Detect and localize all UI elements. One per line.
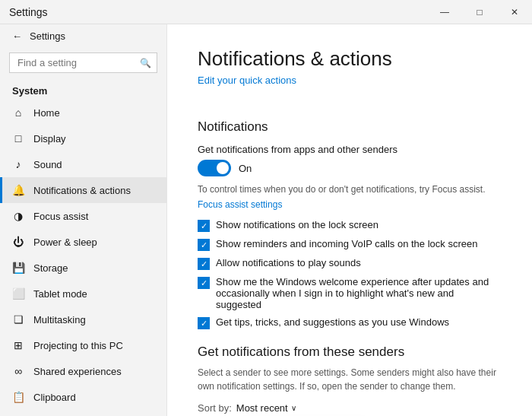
edit-quick-actions-link[interactable]: Edit your quick actions: [198, 75, 296, 86]
sidebar-section-label: System: [0, 78, 166, 100]
checkbox-label-3: Show me the Windows welcome experience a…: [216, 276, 502, 310]
content-area: Notifications & actions Edit your quick …: [167, 24, 532, 416]
sidebar-item-sound-label: Sound: [33, 159, 62, 170]
checkbox-1[interactable]: ✓: [198, 239, 210, 251]
sidebar-item-clipboard[interactable]: 📋 Clipboard: [0, 384, 166, 410]
checkbox-3[interactable]: ✓: [198, 277, 210, 289]
sidebar-item-storage[interactable]: 💾 Storage: [0, 255, 166, 281]
sort-chevron-icon: ∨: [291, 404, 296, 412]
sidebar-item-projecting-label: Projecting to this PC: [33, 340, 123, 351]
shared-icon: ∞: [12, 365, 24, 377]
sidebar-home-label: Settings: [30, 30, 65, 42]
multitasking-icon: ❏: [12, 313, 24, 325]
sidebar-item-storage-label: Storage: [33, 262, 68, 274]
power-icon: ⏻: [12, 236, 24, 248]
notifications-icon: 🔔: [12, 184, 24, 196]
sidebar: ← Settings 🔍 System ⌂ Home □ Display ♪ S…: [0, 24, 167, 416]
sidebar-item-shared-label: Shared experiences: [33, 366, 122, 377]
app-body: ← Settings 🔍 System ⌂ Home □ Display ♪ S…: [0, 24, 532, 416]
sidebar-item-power-label: Power & sleep: [33, 237, 97, 248]
tablet-icon: ⬜: [12, 287, 24, 300]
close-button[interactable]: ✕: [497, 0, 532, 24]
checkbox-row-3: ✓ Show me the Windows welcome experience…: [198, 276, 502, 310]
sidebar-item-home-label: Home: [33, 107, 60, 119]
sort-label: Sort by:: [198, 402, 232, 414]
sort-current-value: Most recent: [236, 402, 288, 414]
sidebar-item-sound[interactable]: ♪ Sound: [0, 151, 166, 177]
page-title: Notifications & actions: [198, 47, 502, 71]
sort-bar: Sort by: Most recent ∨ ✓ Most recent Nam…: [198, 402, 502, 414]
focus-icon: ◑: [12, 210, 24, 222]
sidebar-item-display-label: Display: [33, 133, 66, 144]
notifications-toggle-label: Get notifications from apps and other se…: [198, 144, 502, 155]
sidebar-item-home[interactable]: ⌂ Home: [0, 100, 166, 125]
search-input[interactable]: [9, 52, 157, 73]
sidebar-item-notifications[interactable]: 🔔 Notifications & actions: [0, 177, 166, 203]
search-icon: 🔍: [140, 58, 151, 68]
title-bar-title: Settings: [9, 6, 48, 18]
checkbox-2[interactable]: ✓: [198, 258, 210, 270]
sidebar-item-tablet[interactable]: ⬜ Tablet mode: [0, 281, 166, 306]
checkbox-label-2: Allow notifications to play sounds: [216, 257, 361, 268]
checkbox-0[interactable]: ✓: [198, 220, 210, 232]
sidebar-item-clipboard-label: Clipboard: [33, 392, 76, 403]
back-arrow-icon: ←: [12, 30, 22, 42]
sidebar-item-shared[interactable]: ∞ Shared experiences: [0, 358, 166, 384]
notifications-toggle-state: On: [239, 163, 252, 174]
checkbox-4[interactable]: ✓: [198, 317, 210, 329]
checkbox-row-2: ✓ Allow notifications to play sounds: [198, 257, 502, 270]
senders-description: Select a sender to see more settings. So…: [198, 366, 502, 393]
sidebar-item-focus-label: Focus assist: [33, 211, 88, 222]
sidebar-item-display[interactable]: □ Display: [0, 125, 166, 151]
home-icon: ⌂: [12, 106, 24, 119]
checkbox-row-0: ✓ Show notifications on the lock screen: [198, 219, 502, 232]
storage-icon: 💾: [12, 262, 24, 274]
clipboard-icon: 📋: [12, 391, 24, 403]
checkbox-row-1: ✓ Show reminders and incoming VoIP calls…: [198, 238, 502, 251]
notifications-toggle[interactable]: [198, 160, 231, 176]
sidebar-item-multitasking-label: Multitasking: [33, 314, 86, 325]
display-icon: □: [12, 132, 24, 144]
checkbox-label-4: Get tips, tricks, and suggestions as you…: [216, 316, 449, 328]
checkbox-label-1: Show reminders and incoming VoIP calls o…: [216, 238, 477, 249]
sidebar-item-power[interactable]: ⏻ Power & sleep: [0, 229, 166, 255]
minimize-button[interactable]: —: [427, 0, 462, 24]
title-bar-controls: — □ ✕: [427, 0, 532, 24]
checkboxes-container: ✓ Show notifications on the lock screen …: [198, 219, 502, 329]
sidebar-nav: ⌂ Home □ Display ♪ Sound 🔔 Notifications…: [0, 100, 166, 416]
sidebar-back-button[interactable]: ← Settings: [0, 24, 166, 48]
sidebar-item-projecting[interactable]: ⊞ Projecting to this PC: [0, 332, 166, 358]
title-bar: Settings — □ ✕: [0, 0, 532, 24]
sidebar-search-container: 🔍: [9, 52, 157, 73]
focus-hint-text: To control times when you do or don't ge…: [198, 184, 502, 195]
focus-assist-link[interactable]: Focus assist settings: [198, 199, 282, 210]
senders-section-title: Get notifications from these senders: [198, 345, 502, 360]
sort-dropdown-button[interactable]: Most recent ∨: [236, 402, 296, 414]
sidebar-item-remote[interactable]: 🖥 Remote Desktop: [0, 410, 166, 416]
sidebar-item-notifications-label: Notifications & actions: [33, 185, 131, 196]
sidebar-item-focus[interactable]: ◑ Focus assist: [0, 203, 166, 229]
notifications-section-title: Notifications: [198, 119, 502, 135]
notifications-toggle-row: Get notifications from apps and other se…: [198, 144, 502, 176]
sound-icon: ♪: [12, 158, 24, 170]
toggle-knob: [217, 162, 229, 174]
checkbox-label-0: Show notifications on the lock screen: [216, 219, 378, 230]
checkbox-row-4: ✓ Get tips, tricks, and suggestions as y…: [198, 316, 502, 329]
maximize-button[interactable]: □: [462, 0, 497, 24]
sidebar-item-tablet-label: Tablet mode: [33, 288, 87, 300]
title-bar-left: Settings: [9, 6, 48, 18]
notifications-toggle-container: On: [198, 160, 502, 176]
sidebar-item-multitasking[interactable]: ❏ Multitasking: [0, 306, 166, 332]
projecting-icon: ⊞: [12, 339, 24, 351]
